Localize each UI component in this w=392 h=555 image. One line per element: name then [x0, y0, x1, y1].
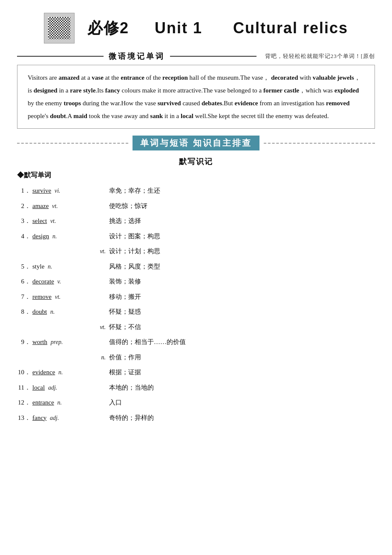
- word-zh: 移动；搬开: [109, 292, 375, 303]
- word-en: worth prep.: [32, 337, 109, 348]
- list-item: 3． select vt. 挑选；选择: [17, 214, 375, 229]
- dots-right: [264, 143, 375, 144]
- list-item: 7． remove vt. 移动；搬开: [17, 289, 375, 305]
- word-en: select vt.: [32, 216, 109, 227]
- word-zh-sub: 价值；作用: [109, 352, 375, 363]
- word-zh: 怀疑；疑惑: [109, 306, 375, 318]
- word-en: style n.: [32, 261, 109, 272]
- word-num: 3．: [17, 216, 31, 227]
- dictation-area: 默写识记 ◆默写单词 1． survive vi. 幸免；幸存；生还 2． am…: [17, 156, 375, 425]
- list-item: 9． worth prep. 值得的；相当于……的价值: [17, 335, 375, 350]
- list-item: 6． decorate v. 装饰；装修: [17, 274, 375, 289]
- word-num: 13．: [17, 413, 31, 424]
- word-num: 5．: [17, 261, 31, 272]
- word-en: doubt n.: [32, 306, 109, 318]
- word-zh: 幸免；幸存；生还: [109, 185, 375, 197]
- word-en: survive vi.: [32, 185, 109, 197]
- dictation-subtitle: ◆默写单词: [17, 171, 375, 180]
- word-zh: 装饰；装修: [109, 276, 375, 287]
- list-item: 10． evidence n. 根据；证据: [17, 365, 375, 380]
- list-item: 5． style n. 风格；风度；类型: [17, 259, 375, 275]
- micro-title-left: 微语境记单词: [17, 51, 257, 61]
- unit-label: Unit 1: [155, 19, 202, 37]
- word-num: 11．: [17, 382, 31, 393]
- page-title: 必修2 Unit 1 Cultural relics: [87, 18, 348, 39]
- list-item-sub: vt. 怀疑；不信: [17, 320, 375, 335]
- list-item: 13． fancy adj. 奇特的；异样的: [17, 410, 375, 426]
- topic-label: Cultural relics: [233, 19, 348, 37]
- word-num: 6．: [17, 276, 31, 287]
- word-pos-sub: vt.: [32, 322, 109, 332]
- dots-left: [17, 143, 128, 144]
- list-item: 4． design n. 设计；图案；构思: [17, 229, 375, 244]
- list-item-sub: vt. 设计；计划；构思: [17, 244, 375, 259]
- word-zh: 入口: [109, 397, 375, 408]
- micro-title-row: 微语境记单词 背吧，轻轻松松就能牢记23个单词！[原创: [17, 51, 375, 61]
- word-en: decorate v.: [32, 276, 109, 287]
- word-num: 1．: [17, 185, 31, 197]
- word-zh: 值得的；相当于……的价值: [109, 337, 375, 348]
- word-pos-sub: n.: [32, 353, 109, 363]
- word-num: 4．: [17, 231, 31, 242]
- word-en: design n.: [32, 231, 109, 242]
- word-zh: 挑选；选择: [109, 216, 375, 227]
- word-list: 1． survive vi. 幸免；幸存；生还 2． amaze vt. 使吃惊…: [17, 183, 375, 425]
- word-num: 10．: [17, 367, 31, 378]
- word-zh: 本地的；当地的: [109, 382, 375, 393]
- word-zh: 风格；风度；类型: [109, 261, 375, 272]
- context-box: Visitors are amazed at a vase at the ent…: [17, 65, 375, 129]
- word-zh: 奇特的；异样的: [109, 413, 375, 424]
- micro-section: 微语境记单词 背吧，轻轻松松就能牢记23个单词！[原创 Visitors are…: [17, 51, 375, 129]
- word-pos-sub: vt.: [32, 246, 109, 257]
- word-zh-sub: 设计；计划；构思: [109, 246, 375, 257]
- list-item: 11． local adj. 本地的；当地的: [17, 380, 375, 396]
- word-en: evidence n.: [32, 367, 109, 378]
- vocab-section-title: 单词与短语 知识自主排查: [133, 136, 259, 150]
- micro-title-text: 微语境记单词: [104, 51, 170, 61]
- list-item: 1． survive vi. 幸免；幸存；生还: [17, 183, 375, 199]
- micro-line-right: [170, 56, 257, 57]
- page-header: 必修2 Unit 1 Cultural relics: [0, 9, 392, 48]
- list-item: 8． doubt n. 怀疑；疑惑: [17, 304, 375, 320]
- word-en: fancy adj.: [32, 413, 109, 424]
- word-num: 9．: [17, 337, 31, 348]
- word-num: 7．: [17, 292, 31, 303]
- micro-line-left: [17, 56, 104, 57]
- dictation-title: 默写识记: [17, 156, 375, 167]
- list-item: 12． entrance n. 入口: [17, 395, 375, 410]
- word-num: 8．: [17, 306, 31, 318]
- list-item-sub: n. 价值；作用: [17, 350, 375, 365]
- context-text: Visitors are amazed at a vase at the ent…: [28, 71, 364, 122]
- word-zh-sub: 怀疑；不信: [109, 322, 375, 333]
- word-en: local adj.: [32, 382, 109, 393]
- word-en: remove vt.: [32, 292, 109, 303]
- word-zh: 设计；图案；构思: [109, 231, 375, 242]
- word-zh: 使吃惊；惊讶: [109, 201, 375, 212]
- list-item: 2． amaze vt. 使吃惊；惊讶: [17, 199, 375, 214]
- word-num: 12．: [17, 397, 31, 408]
- vocab-section-header: 单词与短语 知识自主排查: [17, 136, 375, 150]
- word-en: entrance n.: [32, 397, 109, 408]
- word-num: 2．: [17, 201, 31, 212]
- word-en: amaze vt.: [32, 201, 109, 212]
- word-zh: 根据；证据: [109, 367, 375, 378]
- book-title: 必修2: [87, 19, 129, 37]
- qr-code: [44, 13, 75, 43]
- micro-subtitle: 背吧，轻轻松松就能牢记23个单词！[原创: [265, 52, 375, 60]
